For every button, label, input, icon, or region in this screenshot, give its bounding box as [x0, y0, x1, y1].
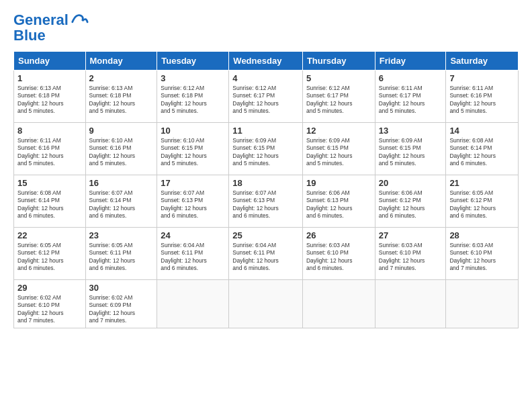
calendar-cell: 9Sunrise: 6:10 AM Sunset: 6:16 PM Daylig…: [85, 123, 157, 175]
logo-text: General: [13, 13, 69, 28]
calendar-cell: 20Sunrise: 6:06 AM Sunset: 6:12 PM Dayli…: [375, 175, 446, 228]
day-number: 24: [161, 230, 225, 240]
day-number: 11: [232, 126, 299, 136]
day-detail: Sunrise: 6:05 AM Sunset: 6:12 PM Dayligh…: [17, 242, 82, 273]
calendar-cell: 11Sunrise: 6:09 AM Sunset: 6:15 PM Dayli…: [229, 123, 303, 175]
calendar-week-2: 8Sunrise: 6:11 AM Sunset: 6:16 PM Daylig…: [14, 123, 519, 175]
calendar-cell: 25Sunrise: 6:04 AM Sunset: 6:11 PM Dayli…: [229, 228, 303, 280]
calendar-cell: 1Sunrise: 6:13 AM Sunset: 6:18 PM Daylig…: [14, 71, 86, 123]
calendar-cell: 13Sunrise: 6:09 AM Sunset: 6:15 PM Dayli…: [375, 123, 446, 175]
calendar-table: SundayMondayTuesdayWednesdayThursdayFrid…: [13, 51, 519, 328]
day-number: 2: [89, 73, 154, 83]
logo: General Blue: [13, 11, 89, 44]
calendar-week-5: 29Sunrise: 6:02 AM Sunset: 6:10 PM Dayli…: [14, 280, 519, 328]
calendar-cell: 8Sunrise: 6:11 AM Sunset: 6:16 PM Daylig…: [14, 123, 86, 175]
calendar-cell: 12Sunrise: 6:09 AM Sunset: 6:15 PM Dayli…: [302, 123, 375, 175]
day-number: 25: [232, 230, 299, 240]
calendar-cell: [157, 280, 229, 328]
calendar-cell: 23Sunrise: 6:05 AM Sunset: 6:11 PM Dayli…: [85, 228, 157, 280]
calendar-cell: 16Sunrise: 6:07 AM Sunset: 6:14 PM Dayli…: [85, 175, 157, 228]
day-detail: Sunrise: 6:05 AM Sunset: 6:12 PM Dayligh…: [449, 189, 515, 220]
day-number: 12: [306, 126, 371, 136]
day-number: 26: [306, 230, 371, 240]
calendar-cell: 6Sunrise: 6:11 AM Sunset: 6:17 PM Daylig…: [375, 71, 446, 123]
page: General Blue SundayMondayTuesdayWednesda…: [0, 0, 532, 339]
weekday-monday: Monday: [85, 52, 157, 71]
weekday-thursday: Thursday: [302, 52, 375, 71]
day-number: 10: [161, 126, 225, 136]
calendar-cell: 27Sunrise: 6:03 AM Sunset: 6:10 PM Dayli…: [375, 228, 446, 280]
day-detail: Sunrise: 6:02 AM Sunset: 6:10 PM Dayligh…: [17, 294, 82, 325]
weekday-sunday: Sunday: [14, 52, 86, 71]
day-number: 1: [17, 73, 82, 83]
day-number: 28: [449, 230, 515, 240]
day-number: 29: [17, 283, 82, 293]
calendar-cell: 10Sunrise: 6:10 AM Sunset: 6:15 PM Dayli…: [157, 123, 229, 175]
day-detail: Sunrise: 6:03 AM Sunset: 6:10 PM Dayligh…: [306, 242, 371, 273]
day-detail: Sunrise: 6:08 AM Sunset: 6:14 PM Dayligh…: [449, 137, 515, 168]
day-number: 21: [449, 178, 515, 188]
day-detail: Sunrise: 6:05 AM Sunset: 6:11 PM Dayligh…: [89, 242, 154, 273]
calendar-cell: 18Sunrise: 6:07 AM Sunset: 6:13 PM Dayli…: [229, 175, 303, 228]
calendar-cell: 14Sunrise: 6:08 AM Sunset: 6:14 PM Dayli…: [446, 123, 519, 175]
calendar-cell: 7Sunrise: 6:11 AM Sunset: 6:16 PM Daylig…: [446, 71, 519, 123]
day-number: 4: [232, 73, 299, 83]
calendar-cell: 2Sunrise: 6:13 AM Sunset: 6:18 PM Daylig…: [85, 71, 157, 123]
day-detail: Sunrise: 6:12 AM Sunset: 6:17 PM Dayligh…: [232, 85, 299, 116]
day-number: 5: [306, 73, 371, 83]
calendar-cell: 15Sunrise: 6:08 AM Sunset: 6:14 PM Dayli…: [14, 175, 86, 228]
calendar-cell: [302, 280, 375, 328]
day-detail: Sunrise: 6:12 AM Sunset: 6:17 PM Dayligh…: [306, 85, 371, 116]
day-detail: Sunrise: 6:10 AM Sunset: 6:16 PM Dayligh…: [89, 137, 154, 168]
calendar-cell: 5Sunrise: 6:12 AM Sunset: 6:17 PM Daylig…: [302, 71, 375, 123]
day-detail: Sunrise: 6:12 AM Sunset: 6:18 PM Dayligh…: [161, 85, 225, 116]
day-detail: Sunrise: 6:10 AM Sunset: 6:15 PM Dayligh…: [161, 137, 225, 168]
day-number: 17: [161, 178, 225, 188]
header: General Blue: [13, 11, 519, 44]
calendar-cell: 30Sunrise: 6:02 AM Sunset: 6:09 PM Dayli…: [85, 280, 157, 328]
calendar-week-4: 22Sunrise: 6:05 AM Sunset: 6:12 PM Dayli…: [14, 228, 519, 280]
calendar-cell: 19Sunrise: 6:06 AM Sunset: 6:13 PM Dayli…: [302, 175, 375, 228]
calendar-cell: 21Sunrise: 6:05 AM Sunset: 6:12 PM Dayli…: [446, 175, 519, 228]
weekday-friday: Friday: [375, 52, 446, 71]
calendar-week-1: 1Sunrise: 6:13 AM Sunset: 6:18 PM Daylig…: [14, 71, 519, 123]
day-detail: Sunrise: 6:04 AM Sunset: 6:11 PM Dayligh…: [161, 242, 225, 273]
weekday-header: SundayMondayTuesdayWednesdayThursdayFrid…: [14, 52, 519, 71]
day-number: 16: [89, 178, 154, 188]
day-detail: Sunrise: 6:04 AM Sunset: 6:11 PM Dayligh…: [232, 242, 299, 273]
weekday-wednesday: Wednesday: [229, 52, 303, 71]
day-number: 3: [161, 73, 225, 83]
day-number: 15: [17, 178, 82, 188]
day-detail: Sunrise: 6:06 AM Sunset: 6:13 PM Dayligh…: [306, 189, 371, 220]
day-number: 9: [89, 126, 154, 136]
day-detail: Sunrise: 6:09 AM Sunset: 6:15 PM Dayligh…: [379, 137, 443, 168]
calendar-cell: 4Sunrise: 6:12 AM Sunset: 6:17 PM Daylig…: [229, 71, 303, 123]
day-detail: Sunrise: 6:02 AM Sunset: 6:09 PM Dayligh…: [89, 294, 154, 325]
day-number: 19: [306, 178, 371, 188]
day-detail: Sunrise: 6:03 AM Sunset: 6:10 PM Dayligh…: [449, 242, 515, 273]
day-number: 14: [449, 126, 515, 136]
calendar-cell: 3Sunrise: 6:12 AM Sunset: 6:18 PM Daylig…: [157, 71, 229, 123]
day-detail: Sunrise: 6:06 AM Sunset: 6:12 PM Dayligh…: [379, 189, 443, 220]
calendar-cell: 28Sunrise: 6:03 AM Sunset: 6:10 PM Dayli…: [446, 228, 519, 280]
day-number: 8: [17, 126, 82, 136]
day-detail: Sunrise: 6:07 AM Sunset: 6:13 PM Dayligh…: [232, 189, 299, 220]
day-number: 23: [89, 230, 154, 240]
logo-icon: [70, 11, 89, 30]
calendar-cell: 24Sunrise: 6:04 AM Sunset: 6:11 PM Dayli…: [157, 228, 229, 280]
day-detail: Sunrise: 6:11 AM Sunset: 6:17 PM Dayligh…: [379, 85, 443, 116]
calendar-week-3: 15Sunrise: 6:08 AM Sunset: 6:14 PM Dayli…: [14, 175, 519, 228]
day-number: 30: [89, 283, 154, 293]
weekday-tuesday: Tuesday: [157, 52, 229, 71]
day-detail: Sunrise: 6:07 AM Sunset: 6:14 PM Dayligh…: [89, 189, 154, 220]
day-number: 7: [449, 73, 515, 83]
day-detail: Sunrise: 6:11 AM Sunset: 6:16 PM Dayligh…: [449, 85, 515, 116]
day-detail: Sunrise: 6:08 AM Sunset: 6:14 PM Dayligh…: [17, 189, 82, 220]
day-detail: Sunrise: 6:11 AM Sunset: 6:16 PM Dayligh…: [17, 137, 82, 168]
calendar-cell: 29Sunrise: 6:02 AM Sunset: 6:10 PM Dayli…: [14, 280, 86, 328]
calendar-body: 1Sunrise: 6:13 AM Sunset: 6:18 PM Daylig…: [14, 71, 519, 328]
calendar-cell: 17Sunrise: 6:07 AM Sunset: 6:13 PM Dayli…: [157, 175, 229, 228]
day-number: 13: [379, 126, 443, 136]
day-detail: Sunrise: 6:13 AM Sunset: 6:18 PM Dayligh…: [17, 85, 82, 116]
day-detail: Sunrise: 6:03 AM Sunset: 6:10 PM Dayligh…: [379, 242, 443, 273]
